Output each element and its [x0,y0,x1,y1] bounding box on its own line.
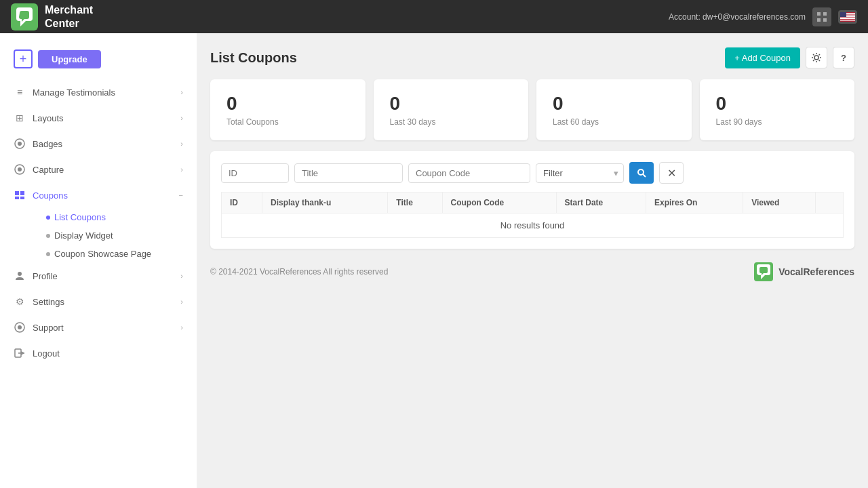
stat-card-90days: 0 Last 90 days [700,79,855,140]
stat-value: 0 [716,93,839,115]
support-icon [14,321,26,333]
title-input[interactable] [294,163,403,183]
footer-logo-text: VocalReferences [778,266,854,277]
svg-rect-9 [840,18,855,19]
col-title: Title [388,192,442,214]
col-actions [816,192,844,214]
chevron-icon: › [180,323,183,331]
sub-item-list-coupons[interactable]: List Coupons [33,208,197,226]
stat-label: Last 30 days [390,117,513,127]
id-input[interactable] [221,163,289,183]
search-icon [637,168,646,178]
clear-button[interactable]: ✕ [659,162,684,184]
chevron-icon: › [180,114,183,122]
grid-icon [816,12,827,22]
svg-rect-16 [15,191,19,195]
svg-rect-10 [840,20,855,21]
col-coupon-code: Coupon Code [442,192,556,214]
stat-label: Last 90 days [716,117,839,127]
profile-icon [14,270,26,282]
account-text: Account: dw+0@vocalreferences.com [669,12,806,22]
help-icon: ? [841,53,846,63]
chevron-icon: › [180,298,183,306]
svg-point-26 [638,169,644,175]
sidebar-item-label: Manage Testimonials [33,87,115,98]
stat-label: Last 60 days [553,117,675,127]
svg-point-25 [814,56,818,60]
sidebar-item-badges[interactable]: Badges › [0,131,197,157]
no-results: No results found [222,214,844,238]
grid-icon-button[interactable] [812,7,831,26]
svg-point-15 [18,167,22,171]
filter-row: Filter ✕ [221,162,844,184]
sidebar-item-profile[interactable]: Profile › [0,263,197,289]
footer-logo-icon [754,262,773,281]
stat-value: 0 [390,93,513,115]
flag-icon [840,12,855,22]
layout: + Upgrade ≡ Manage Testimonials › ⊞ Layo… [0,33,868,488]
sidebar-item-manage-testimonials[interactable]: ≡ Manage Testimonials › [0,79,197,105]
manage-testimonials-icon: ≡ [14,86,26,98]
col-display: Display thank-u [262,192,387,214]
add-coupon-button[interactable]: + Add Coupon [725,47,800,68]
header: Merchant Center Account: dw+0@vocalrefer… [0,0,868,33]
chevron-icon: − [179,191,183,199]
chevron-icon: › [180,272,183,280]
sub-dot-icon [46,234,50,238]
sub-item-coupon-showcase-page[interactable]: Coupon Showcase Page [33,245,197,263]
sidebar-item-label: Badges [33,139,62,149]
stat-value: 0 [553,93,675,115]
svg-point-22 [18,325,22,329]
sub-dot-icon [46,216,50,220]
page-header: List Coupons + Add Coupon ? [210,47,854,68]
sidebar-item-capture[interactable]: Capture › [0,157,197,182]
coupons-table: ID Display thank-u Title Coupon Code Sta… [221,192,844,238]
header-left: Merchant Center [11,3,93,30]
stats-row: 0 Total Coupons 0 Last 30 days 0 Last 60… [210,79,854,140]
help-icon-button[interactable]: ? [833,47,854,68]
svg-rect-17 [20,191,24,195]
sidebar-item-layouts[interactable]: ⊞ Layouts › [0,105,197,131]
sidebar-item-label: Profile [33,271,58,281]
page-title: List Coupons [210,50,297,66]
sidebar-item-logout[interactable]: Logout [0,340,197,366]
sub-item-display-widget[interactable]: Display Widget [33,226,197,245]
col-expires-on: Expires On [646,192,743,214]
chevron-icon: › [180,88,183,96]
sidebar-item-label: Settings [33,297,64,307]
language-flag-button[interactable] [838,10,857,24]
svg-point-13 [18,142,22,146]
sidebar-item-support[interactable]: Support › [0,314,197,340]
sub-item-label: Coupon Showcase Page [54,249,151,259]
sub-dot-icon [46,252,50,256]
sidebar-item-coupons[interactable]: Coupons − [0,182,197,208]
filter-select-wrapper: Filter [536,163,624,183]
layouts-icon: ⊞ [14,112,26,124]
svg-rect-4 [823,18,827,22]
upgrade-button[interactable]: Upgrade [38,50,101,68]
stat-card-total: 0 Total Coupons [210,79,366,140]
sidebar-item-label: Coupons [33,190,68,201]
chevron-icon: › [180,165,183,174]
plus-button[interactable]: + [14,49,33,68]
copyright-text: © 2014-2021 VocalReferences All rights r… [210,267,388,277]
table-header-row: ID Display thank-u Title Coupon Code Sta… [222,192,844,214]
sidebar: + Upgrade ≡ Manage Testimonials › ⊞ Layo… [0,33,197,488]
filter-select[interactable]: Filter [536,163,624,183]
sidebar-item-label: Support [33,323,64,333]
search-button[interactable] [629,162,654,184]
settings-icon-button[interactable] [806,47,827,68]
stat-card-30days: 0 Last 30 days [374,79,529,140]
stat-value: 0 [226,93,349,115]
coupon-code-input[interactable] [408,163,530,183]
coupons-submenu: List Coupons Display Widget Coupon Showc… [0,208,197,263]
stat-label: Total Coupons [226,117,349,127]
logout-icon [14,347,26,359]
sub-item-label: Display Widget [54,230,113,241]
logo-icon [11,3,38,30]
col-viewed: Viewed [743,192,816,214]
sidebar-item-label: Layouts [33,113,64,123]
sidebar-item-settings[interactable]: ⚙ Settings › [0,289,197,314]
svg-rect-1 [817,12,821,16]
svg-rect-3 [817,18,821,22]
